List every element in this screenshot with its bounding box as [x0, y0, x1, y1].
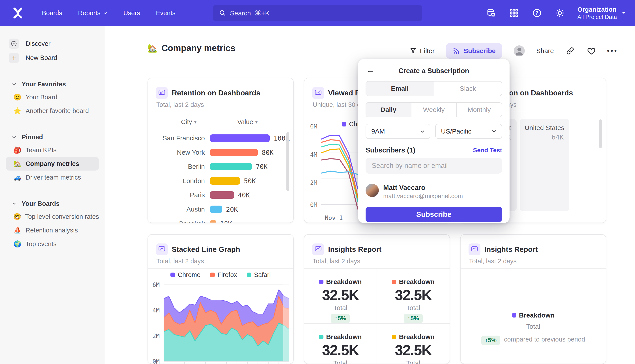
sidebar-item-team-kpis[interactable]: 🎒Team KPIs — [6, 143, 99, 157]
nav-link-reports[interactable]: Reports — [78, 10, 108, 17]
modal-title: Create a Subscription — [358, 67, 509, 75]
tab-weekly[interactable]: Weekly — [411, 103, 457, 117]
tab-email[interactable]: Email — [366, 82, 434, 96]
filter-button[interactable]: Filter — [410, 47, 435, 55]
sidebar-item-label: Top level conversion rates — [25, 213, 99, 220]
settings-gear-icon[interactable] — [554, 8, 565, 18]
subscriber-search-input[interactable] — [366, 158, 502, 174]
chevron-down-icon — [621, 10, 626, 16]
time-select[interactable]: 9AM — [366, 124, 430, 139]
column-header-value[interactable]: Value▾ — [237, 118, 258, 126]
subscriber-row[interactable]: Matt Vaccaro matt.vaccaro@mixpanel.com — [366, 184, 502, 199]
timezone-select[interactable]: US/Pacific — [435, 124, 502, 139]
tab-daily[interactable]: Daily — [366, 103, 411, 117]
bar-segment[interactable] — [210, 134, 270, 142]
metric-cell-united-states[interactable]: United States 64K — [520, 119, 569, 211]
metric-label-text: Breakdown — [326, 333, 362, 341]
nav-link-users[interactable]: Users — [123, 10, 140, 17]
chevron-down-icon — [12, 201, 17, 206]
bar-segment[interactable] — [210, 206, 222, 213]
share-button[interactable]: Share — [536, 47, 554, 55]
legend-swatch — [170, 272, 175, 277]
bar-segment[interactable] — [210, 220, 216, 223]
chevron-down-icon — [103, 11, 107, 15]
legend-safari[interactable]: Safari — [247, 271, 271, 278]
org-switcher[interactable]: Organization All Project Data — [577, 6, 626, 20]
card-subtitle: Total, last 2 days — [156, 101, 204, 108]
tab-slack[interactable]: Slack — [434, 82, 502, 96]
bar-segment[interactable] — [210, 149, 258, 156]
bar-segment[interactable] — [210, 177, 240, 185]
chart-legend: ChromeFirefoxSafari — [148, 271, 293, 278]
org-name: Organization — [577, 6, 617, 14]
filter-funnel-icon — [410, 47, 417, 54]
sidebar-item-top-level-conversion-rates[interactable]: 🤓Top level conversion rates — [6, 210, 99, 224]
mixpanel-logo[interactable] — [12, 8, 23, 18]
column-header-city[interactable]: City▾ — [181, 118, 197, 126]
apps-grid-icon[interactable] — [509, 8, 519, 18]
metric-value: 32.5K — [395, 342, 431, 359]
legend-chrome[interactable]: Chrome — [170, 271, 200, 278]
board-emoji: ⭐ — [12, 107, 23, 114]
sidebar-item-new-board[interactable]: +New Board — [6, 51, 99, 65]
sidebar-item-company-metrics[interactable]: 🏡Company metrics — [6, 157, 99, 170]
sidebar-item-discover[interactable]: Discover — [6, 36, 99, 51]
modal-subscribe-button[interactable]: Subscribe — [366, 207, 502, 222]
metric-value: 32.5K — [395, 287, 431, 304]
data-management-icon[interactable] — [486, 8, 496, 18]
table-row-paris[interactable]: Paris40K — [156, 188, 289, 202]
sidebar-section-your-boards[interactable]: Your Boards — [6, 198, 99, 210]
metric-cell-2[interactable]: Breakdown32.5KTotal↑5% — [304, 324, 377, 364]
sidebar-section-your-favorites[interactable]: Your Favorites — [6, 78, 99, 90]
nav-link-boards[interactable]: Boards — [42, 10, 62, 17]
send-test-link[interactable]: Send Test — [473, 147, 502, 154]
series-color-dot — [319, 280, 323, 284]
delta-badge: ↑5% — [331, 314, 350, 323]
bar-value: 70K — [256, 163, 268, 170]
report-icon — [156, 244, 168, 255]
card-subtitle: Total, last 2 days — [313, 258, 360, 265]
table-row-austin[interactable]: Austin20K — [156, 202, 289, 216]
copy-link-icon[interactable] — [565, 46, 575, 56]
table-row-bangkok[interactable]: Bangkok10K — [156, 216, 289, 223]
card-scrollbar[interactable] — [599, 120, 602, 148]
favorite-heart-icon[interactable] — [586, 46, 596, 56]
subscribe-button[interactable]: Subscribe — [446, 43, 502, 58]
card-insights-report-single: Insights Report Total, last 2 days Break… — [460, 234, 606, 364]
board-emoji: 🤓 — [12, 213, 22, 220]
more-options-button[interactable]: ••• — [608, 46, 617, 56]
search-input[interactable]: Search ⌘+K — [213, 5, 422, 21]
nav-link-events[interactable]: Events — [156, 10, 176, 17]
table-row-new-york[interactable]: New York80K — [156, 146, 289, 160]
stacked-area-chart[interactable] — [164, 280, 289, 364]
help-icon[interactable]: ? — [532, 8, 542, 18]
sidebar-section-pinned[interactable]: Pinned — [6, 131, 99, 143]
metric-single: Breakdown Total ↑5% compared to previous… — [461, 311, 606, 345]
plus-icon: + — [9, 53, 19, 63]
sidebar-item-your-board[interactable]: 🙂Your Board — [6, 90, 99, 104]
nav-link-label: Reports — [78, 10, 101, 17]
avatar[interactable] — [514, 46, 525, 56]
table-row-berlin[interactable]: Berlin70K — [156, 160, 289, 174]
sidebar-item-driver-team-metrics[interactable]: 🚙Driver team metrics — [6, 170, 99, 184]
delta-badge: ↑5% — [404, 314, 423, 323]
table-row-san-francisco[interactable]: San Francisco100K — [156, 131, 289, 145]
legend-label: Chrome — [178, 271, 200, 278]
tab-monthly[interactable]: Monthly — [457, 103, 502, 117]
metric-cell-0[interactable]: Breakdown32.5KTotal↑5% — [304, 268, 377, 324]
card-scrollbar[interactable] — [286, 132, 289, 191]
sidebar-section-title: Your Favorites — [22, 81, 66, 88]
bar-segment[interactable] — [210, 163, 252, 170]
report-icon — [312, 244, 324, 255]
card-subtitle: Total, last 2 days — [156, 258, 204, 265]
legend-firefox[interactable]: Firefox — [210, 271, 237, 278]
card-subtitle: Total, last 2 days — [469, 258, 517, 265]
metric-cell-1[interactable]: Breakdown32.5KTotal↑5% — [377, 268, 450, 324]
table-row-london[interactable]: London50K — [156, 174, 289, 188]
nav-link-label: Boards — [42, 10, 62, 17]
sidebar-item-top-events[interactable]: 🌍Top events — [6, 237, 99, 251]
metric-cell-3[interactable]: Breakdown32.5KTotal↑5% — [377, 324, 450, 364]
sidebar-item-another-favorite-board[interactable]: ⭐Another favorite board — [6, 104, 99, 118]
bar-segment[interactable] — [210, 191, 234, 199]
sidebar-item-retention-analysis[interactable]: ⛵Retention analysis — [6, 224, 99, 237]
